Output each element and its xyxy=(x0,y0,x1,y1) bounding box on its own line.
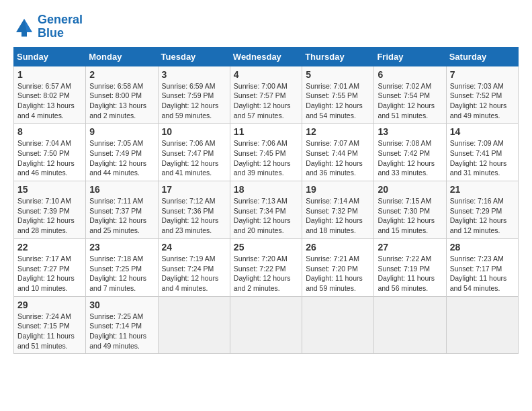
calendar-table: SundayMondayTuesdayWednesdayThursdayFrid… xyxy=(13,47,519,355)
day-number: 12 xyxy=(306,126,370,137)
day-number: 27 xyxy=(378,242,442,253)
calendar-cell xyxy=(230,296,302,354)
day-number: 9 xyxy=(89,126,154,137)
calendar-cell: 29 Sunrise: 7:24 AM Sunset: 7:15 PM Dayl… xyxy=(14,296,86,354)
day-number: 16 xyxy=(89,184,154,195)
day-number: 11 xyxy=(234,126,298,137)
day-info: Sunrise: 7:07 AM Sunset: 7:44 PM Dayligh… xyxy=(306,138,370,178)
calendar-cell: 25 Sunrise: 7:20 AM Sunset: 7:22 PM Dayl… xyxy=(230,238,302,296)
day-info: Sunrise: 6:59 AM Sunset: 7:59 PM Dayligh… xyxy=(162,81,226,121)
day-number: 26 xyxy=(306,242,370,253)
day-info: Sunrise: 7:22 AM Sunset: 7:19 PM Dayligh… xyxy=(378,254,442,293)
calendar-cell: 16 Sunrise: 7:11 AM Sunset: 7:37 PM Dayl… xyxy=(86,181,158,239)
calendar-cell: 21 Sunrise: 7:16 AM Sunset: 7:29 PM Dayl… xyxy=(446,181,518,239)
day-info: Sunrise: 7:24 AM Sunset: 7:15 PM Dayligh… xyxy=(17,312,82,351)
day-number: 7 xyxy=(450,69,515,80)
calendar-cell: 12 Sunrise: 7:07 AM Sunset: 7:44 PM Dayl… xyxy=(302,124,374,181)
day-number: 10 xyxy=(162,126,226,137)
day-number: 25 xyxy=(234,242,298,253)
calendar-cell xyxy=(446,296,518,354)
day-number: 20 xyxy=(378,184,442,195)
column-header-wednesday: Wednesday xyxy=(230,47,302,66)
calendar-cell: 23 Sunrise: 7:18 AM Sunset: 7:25 PM Dayl… xyxy=(86,238,158,296)
calendar-cell: 3 Sunrise: 6:59 AM Sunset: 7:59 PM Dayli… xyxy=(158,66,230,124)
day-number: 17 xyxy=(162,184,226,195)
calendar-cell: 6 Sunrise: 7:02 AM Sunset: 7:54 PM Dayli… xyxy=(374,66,446,124)
logo-icon xyxy=(13,16,35,38)
column-header-tuesday: Tuesday xyxy=(158,47,230,66)
day-info: Sunrise: 6:58 AM Sunset: 8:00 PM Dayligh… xyxy=(89,81,154,121)
day-info: Sunrise: 7:08 AM Sunset: 7:42 PM Dayligh… xyxy=(378,138,442,178)
day-info: Sunrise: 7:01 AM Sunset: 7:55 PM Dayligh… xyxy=(306,81,370,121)
day-number: 19 xyxy=(306,184,370,195)
day-info: Sunrise: 7:03 AM Sunset: 7:52 PM Dayligh… xyxy=(450,81,515,121)
calendar-cell: 2 Sunrise: 6:58 AM Sunset: 8:00 PM Dayli… xyxy=(86,66,158,124)
day-number: 29 xyxy=(17,300,82,310)
day-number: 2 xyxy=(89,69,154,80)
week-row-1: 1 Sunrise: 6:57 AM Sunset: 8:02 PM Dayli… xyxy=(14,66,519,124)
day-info: Sunrise: 7:06 AM Sunset: 7:47 PM Dayligh… xyxy=(162,138,226,178)
calendar-cell: 24 Sunrise: 7:19 AM Sunset: 7:24 PM Dayl… xyxy=(158,238,230,296)
calendar-cell: 19 Sunrise: 7:14 AM Sunset: 7:32 PM Dayl… xyxy=(302,181,374,239)
day-number: 18 xyxy=(234,184,298,195)
day-info: Sunrise: 7:13 AM Sunset: 7:34 PM Dayligh… xyxy=(234,196,298,236)
day-number: 3 xyxy=(162,69,226,80)
day-info: Sunrise: 6:57 AM Sunset: 8:02 PM Dayligh… xyxy=(17,81,82,121)
day-info: Sunrise: 7:04 AM Sunset: 7:50 PM Dayligh… xyxy=(17,138,82,178)
calendar-cell: 15 Sunrise: 7:10 AM Sunset: 7:39 PM Dayl… xyxy=(14,181,86,239)
week-row-4: 22 Sunrise: 7:17 AM Sunset: 7:27 PM Dayl… xyxy=(14,238,519,296)
header-row: SundayMondayTuesdayWednesdayThursdayFrid… xyxy=(14,47,519,66)
day-info: Sunrise: 7:12 AM Sunset: 7:36 PM Dayligh… xyxy=(162,196,226,236)
svg-marker-0 xyxy=(16,19,32,36)
day-info: Sunrise: 7:06 AM Sunset: 7:45 PM Dayligh… xyxy=(234,138,298,178)
calendar-cell: 1 Sunrise: 6:57 AM Sunset: 8:02 PM Dayli… xyxy=(14,66,86,124)
day-number: 8 xyxy=(17,126,82,137)
day-info: Sunrise: 7:09 AM Sunset: 7:41 PM Dayligh… xyxy=(450,138,515,178)
calendar-cell: 10 Sunrise: 7:06 AM Sunset: 7:47 PM Dayl… xyxy=(158,124,230,181)
day-number: 13 xyxy=(378,126,442,137)
day-info: Sunrise: 7:02 AM Sunset: 7:54 PM Dayligh… xyxy=(378,81,442,121)
calendar-cell xyxy=(302,296,374,354)
week-row-3: 15 Sunrise: 7:10 AM Sunset: 7:39 PM Dayl… xyxy=(14,181,519,239)
logo: General Blue xyxy=(13,13,83,40)
calendar-cell: 8 Sunrise: 7:04 AM Sunset: 7:50 PM Dayli… xyxy=(14,124,86,181)
calendar-cell: 17 Sunrise: 7:12 AM Sunset: 7:36 PM Dayl… xyxy=(158,181,230,239)
calendar-cell: 5 Sunrise: 7:01 AM Sunset: 7:55 PM Dayli… xyxy=(302,66,374,124)
day-info: Sunrise: 7:18 AM Sunset: 7:25 PM Dayligh… xyxy=(89,254,154,293)
day-info: Sunrise: 7:23 AM Sunset: 7:17 PM Dayligh… xyxy=(450,254,515,293)
day-info: Sunrise: 7:20 AM Sunset: 7:22 PM Dayligh… xyxy=(234,254,298,293)
calendar-cell: 14 Sunrise: 7:09 AM Sunset: 7:41 PM Dayl… xyxy=(446,124,518,181)
calendar-cell: 22 Sunrise: 7:17 AM Sunset: 7:27 PM Dayl… xyxy=(14,238,86,296)
day-info: Sunrise: 7:17 AM Sunset: 7:27 PM Dayligh… xyxy=(17,254,82,293)
calendar-cell: 7 Sunrise: 7:03 AM Sunset: 7:52 PM Dayli… xyxy=(446,66,518,124)
day-info: Sunrise: 7:25 AM Sunset: 7:14 PM Dayligh… xyxy=(89,312,154,351)
day-info: Sunrise: 7:16 AM Sunset: 7:29 PM Dayligh… xyxy=(450,196,515,236)
day-number: 30 xyxy=(89,300,154,310)
day-number: 15 xyxy=(17,184,82,195)
calendar-cell: 9 Sunrise: 7:05 AM Sunset: 7:49 PM Dayli… xyxy=(86,124,158,181)
calendar-cell: 28 Sunrise: 7:23 AM Sunset: 7:17 PM Dayl… xyxy=(446,238,518,296)
day-number: 24 xyxy=(162,242,226,253)
week-row-2: 8 Sunrise: 7:04 AM Sunset: 7:50 PM Dayli… xyxy=(14,124,519,181)
calendar-cell: 30 Sunrise: 7:25 AM Sunset: 7:14 PM Dayl… xyxy=(86,296,158,354)
calendar-cell: 13 Sunrise: 7:08 AM Sunset: 7:42 PM Dayl… xyxy=(374,124,446,181)
column-header-monday: Monday xyxy=(86,47,158,66)
day-info: Sunrise: 7:10 AM Sunset: 7:39 PM Dayligh… xyxy=(17,196,82,236)
day-number: 28 xyxy=(450,242,515,253)
column-header-friday: Friday xyxy=(374,47,446,66)
calendar-cell xyxy=(158,296,230,354)
calendar-cell: 11 Sunrise: 7:06 AM Sunset: 7:45 PM Dayl… xyxy=(230,124,302,181)
calendar-cell: 26 Sunrise: 7:21 AM Sunset: 7:20 PM Dayl… xyxy=(302,238,374,296)
day-info: Sunrise: 7:00 AM Sunset: 7:57 PM Dayligh… xyxy=(234,81,298,121)
page-header: General Blue xyxy=(13,13,519,40)
calendar-cell: 4 Sunrise: 7:00 AM Sunset: 7:57 PM Dayli… xyxy=(230,66,302,124)
calendar-cell: 27 Sunrise: 7:22 AM Sunset: 7:19 PM Dayl… xyxy=(374,238,446,296)
day-number: 6 xyxy=(378,69,442,80)
calendar-cell: 18 Sunrise: 7:13 AM Sunset: 7:34 PM Dayl… xyxy=(230,181,302,239)
day-info: Sunrise: 7:15 AM Sunset: 7:30 PM Dayligh… xyxy=(378,196,442,236)
day-number: 1 xyxy=(17,69,82,80)
day-info: Sunrise: 7:21 AM Sunset: 7:20 PM Dayligh… xyxy=(306,254,370,293)
day-info: Sunrise: 7:19 AM Sunset: 7:24 PM Dayligh… xyxy=(162,254,226,293)
column-header-saturday: Saturday xyxy=(446,47,518,66)
calendar-cell xyxy=(374,296,446,354)
